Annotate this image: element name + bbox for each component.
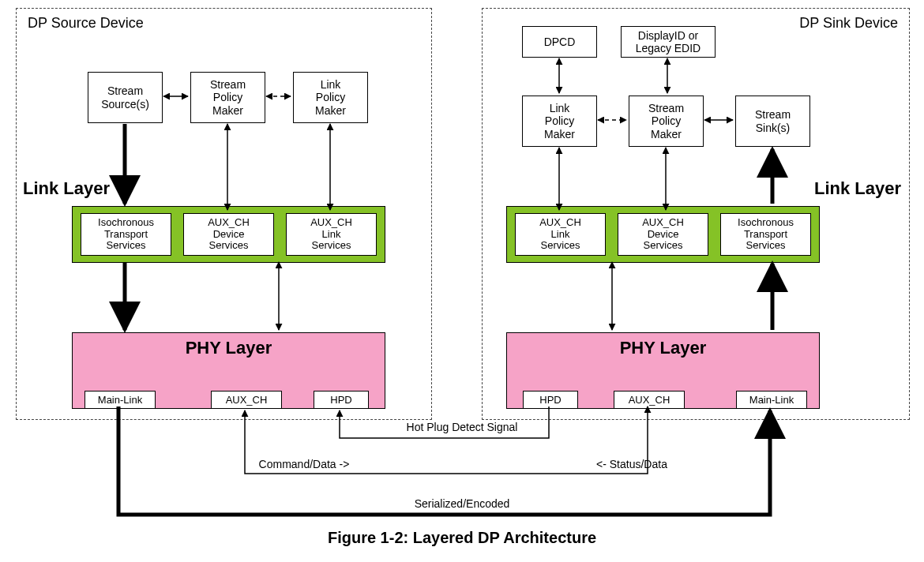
figure-caption: Figure 1-2: Layered DP Architecture xyxy=(0,529,924,547)
box-stream-policy-maker-source: Stream Policy Maker xyxy=(190,72,265,123)
label-status-data: <- Status/Data xyxy=(569,458,695,470)
phy-layer-bar-source: PHY Layer Main-Link AUX_CH HPD xyxy=(72,332,385,409)
label-hpd-signal: Hot Plug Detect Signal xyxy=(391,421,533,433)
phy-aux-ch-sink: AUX_CH xyxy=(614,391,685,408)
box-stream-sink: Stream Sink(s) xyxy=(735,96,810,147)
phy-main-link-source: Main-Link xyxy=(85,391,156,408)
phy-title-source: PHY Layer xyxy=(73,338,385,358)
box-aux-link-sink: AUX_CH Link Services xyxy=(515,213,606,256)
phy-title-sink: PHY Layer xyxy=(507,338,819,358)
box-isochronous-sink: Isochronous Transport Services xyxy=(720,213,811,256)
box-isochronous-source: Isochronous Transport Services xyxy=(81,213,171,256)
dp-sink-device: DP Sink Device DPCD DisplayID or Legacy … xyxy=(482,8,910,420)
box-stream-source: Stream Source(s) xyxy=(88,72,163,123)
box-aux-device-source: AUX_CH Device Services xyxy=(183,213,274,256)
link-layer-bar-sink: AUX_CH Link Services AUX_CH Device Servi… xyxy=(506,206,820,263)
label-command-data: Command/Data -> xyxy=(241,458,367,470)
box-link-policy-maker-sink: Link Policy Maker xyxy=(522,96,597,147)
phy-aux-ch-source: AUX_CH xyxy=(211,391,282,408)
sink-title: DP Sink Device xyxy=(796,15,901,32)
label-serialized: Serialized/Encoded xyxy=(395,497,529,510)
phy-hpd-sink: HPD xyxy=(523,391,578,408)
phy-hpd-source: HPD xyxy=(314,391,369,408)
phy-layer-bar-sink: PHY Layer HPD AUX_CH Main-Link xyxy=(506,332,820,409)
source-title: DP Source Device xyxy=(24,15,147,32)
phy-main-link-sink: Main-Link xyxy=(736,391,807,408)
diagram-canvas: DP Source Device Stream Source(s) Stream… xyxy=(0,0,924,562)
link-layer-label-source: Link Layer xyxy=(9,178,110,199)
box-aux-link-source: AUX_CH Link Services xyxy=(286,213,377,256)
link-layer-label-sink: Link Layer xyxy=(814,178,901,199)
box-edid: DisplayID or Legacy EDID xyxy=(621,26,716,58)
dp-source-device: DP Source Device Stream Source(s) Stream… xyxy=(16,8,432,420)
box-stream-policy-maker-sink: Stream Policy Maker xyxy=(629,96,704,147)
link-layer-bar-source: Isochronous Transport Services AUX_CH De… xyxy=(72,206,385,263)
box-aux-device-sink: AUX_CH Device Services xyxy=(618,213,708,256)
box-dpcd: DPCD xyxy=(522,26,597,58)
box-link-policy-maker-source: Link Policy Maker xyxy=(293,72,368,123)
